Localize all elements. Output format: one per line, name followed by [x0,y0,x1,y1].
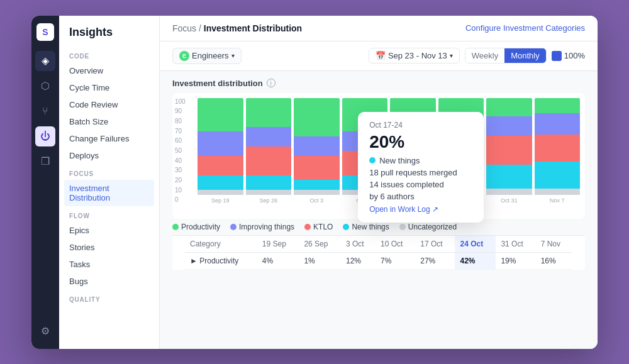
table-cell-value: 1% [299,252,341,269]
bar-segment-uncategorized [342,190,388,195]
bar-segment-new_things [342,175,388,190]
bar-segment-improving [438,138,484,156]
sidebar-item-investment-distribution[interactable]: Investment Distribution [64,180,154,206]
bar-segment-productivity [342,98,388,132]
y-axis: 10090807060 50403020100 [175,98,186,204]
breadcrumb-current: Investment Distribution [204,23,302,33]
bar-segment-improving [486,116,532,136]
bar-group[interactable]: Oct 24 [438,98,484,204]
legend-label: Productivity [181,223,220,231]
table-row: ► Productivity4%1%12%7%27%42%19%16% [185,252,572,269]
bar-label: Oct 24 [452,197,469,204]
table-section: Category19 Sep26 Sep3 Oct10 Oct17 Oct24 … [172,235,585,270]
bar-group[interactable]: Oct 31 [486,98,532,204]
table-header-cell: 24 Oct [455,236,496,253]
view-btn-weekly[interactable]: Weekly [465,48,504,63]
legend-label: New things [352,223,389,231]
table-cell-name: ► Productivity [185,252,257,269]
view-toggle: Weekly Monthly [465,48,547,63]
table-cell-value: 16% [536,252,572,269]
sidebar-item-deploys[interactable]: Deploys [59,147,159,164]
nav-icon-branch[interactable]: ⑂ [35,101,55,121]
table-header-cell: 19 Sep [257,236,299,253]
tooltip-worklog-link[interactable]: Open in Work Log ↗ [369,205,472,214]
table-header-cell: 7 Nov [536,236,572,253]
sidebar-item-tasks[interactable]: Tasks [59,256,159,273]
bar-segment-improving [390,124,436,138]
bar-segment-improving [198,131,243,156]
bar-segment-new_things [535,162,581,189]
sidebar-title: Insights [59,26,159,47]
table-header-cell: 26 Sep [299,236,341,253]
sidebar-item-epics[interactable]: Epics [59,222,159,239]
legend-label: Uncategorized [408,223,457,231]
data-table: Category19 Sep26 Sep3 Oct10 Oct17 Oct24 … [185,236,572,270]
nav-icon-nodes[interactable]: ◈ [35,51,55,71]
legend-dot [343,224,349,230]
bar-segment-uncategorized [246,190,292,195]
bar-segment-new_things [246,175,292,190]
sidebar-item-overview[interactable]: Overview [59,62,159,79]
percent-label: 100% [564,51,585,60]
breadcrumb: Focus / Investment Distribution [172,23,302,33]
nav-icon-settings[interactable]: ⚙ [35,321,55,341]
chart-title-row: Investment distribution i [172,79,585,88]
bar-segment-new_things [294,180,340,189]
chart-area: Investment distribution i Oct 17-24 20% … [160,71,598,349]
table-cell-value: 4% [257,252,299,269]
bar-group[interactable]: Oct 17 [390,98,436,204]
info-icon[interactable]: i [267,79,276,87]
bar-segment-new_things [486,165,532,189]
engineers-filter[interactable]: E Engineers ▾ [172,48,242,64]
legend-item: New things [343,223,389,231]
calendar-icon: 📅 [376,51,386,60]
bar-group[interactable]: Sep 26 [246,98,292,204]
bar-segment-ktlo [342,151,388,175]
bar-segment-ktlo [246,146,292,175]
app-window: S ◈ ⬡ ⑂ ⏻ ❐ ⚙ Insights CODE Overview Cyc… [31,16,598,349]
table-cell-value: 19% [496,252,535,269]
legend-label: Improving things [239,223,294,231]
bar-segment-uncategorized [294,190,340,195]
sidebar-item-batch-size[interactable]: Batch Size [59,113,159,130]
bar-group[interactable]: Nov 7 [535,98,581,204]
chart-legend: ProductivityImproving thingsKTLONew thin… [172,219,585,235]
sidebar-item-code-review[interactable]: Code Review [59,96,159,113]
bar-segment-ktlo [535,135,581,162]
configure-link[interactable]: Configure Investment Categories [465,23,585,33]
date-range-btn[interactable]: 📅 Sep 23 - Nov 13 ▾ [369,48,460,63]
bar-group[interactable]: Oct 3 [294,98,340,204]
checkbox-icon [552,51,562,61]
legend-item: Productivity [172,223,220,231]
sidebar-item-stories[interactable]: Stories [59,239,159,256]
sidebar-item-cycle-time[interactable]: Cycle Time [59,79,159,96]
bar-segment-uncategorized [390,190,436,195]
bar-segment-uncategorized [535,189,581,194]
nav-icon-hex[interactable]: ⬡ [35,76,55,96]
legend-dot [172,224,179,230]
bar-label: Oct 31 [501,197,518,204]
bar-group[interactable]: Sep 19 [198,98,243,204]
main-toolbar: E Engineers ▾ 📅 Sep 23 - Nov 13 ▾ Weekly… [160,41,598,71]
table-header-cell: 31 Oct [496,236,535,253]
legend-item: KTLO [304,223,333,231]
icon-bar: S ◈ ⬡ ⑂ ⏻ ❐ ⚙ [31,16,59,349]
bar-segment-new_things [438,180,484,189]
breadcrumb-prefix: Focus / [172,23,204,33]
view-btn-monthly[interactable]: Monthly [504,48,546,63]
engineers-dot: E [179,51,189,61]
nav-icon-power[interactable]: ⏻ [35,126,55,146]
table-header-cell: 10 Oct [376,236,415,253]
bar-group[interactable]: Oct 10 [342,98,388,204]
bar-label: Nov 7 [550,197,565,204]
toolbar-right: 📅 Sep 23 - Nov 13 ▾ Weekly Monthly 100% [369,48,585,63]
legend-label: KTLO [313,223,333,231]
nav-icon-layers[interactable]: ❐ [35,152,55,172]
table-cell-value: 7% [376,252,415,269]
app-logo[interactable]: S [36,23,54,41]
sidebar-section-quality: QUALITY [59,290,159,306]
sidebar-item-bugs[interactable]: Bugs [59,273,159,290]
sidebar-item-change-failures[interactable]: Change Failures [59,130,159,147]
sidebar: Insights CODE Overview Cycle Time Code R… [59,16,160,349]
bar-segment-productivity [438,98,484,139]
